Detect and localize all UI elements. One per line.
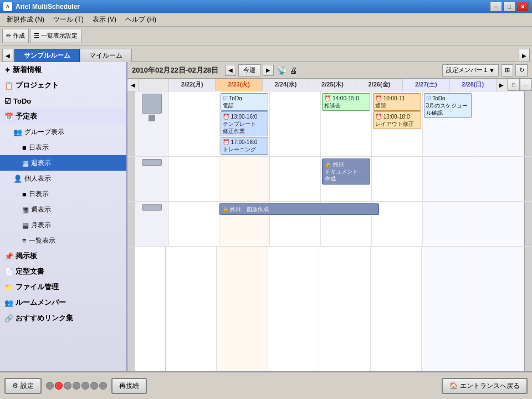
menu-view[interactable]: 表示 (V) (88, 14, 121, 25)
sidebar-item-list-view-p[interactable]: ≡ 一覧表示 (0, 233, 126, 248)
event-consultation[interactable]: ⏰ 14:00-15:0相談会 (322, 93, 370, 111)
create-button[interactable]: ✏ 作成 (2, 29, 29, 43)
minimize-button[interactable]: ─ (490, 2, 502, 12)
close-button[interactable]: ✕ (516, 2, 529, 12)
event-todo-phone[interactable]: ☑ ToDo電話 (221, 93, 269, 111)
cell-3-sat[interactable] (423, 202, 474, 246)
clock-icon: ⏰ (223, 114, 229, 120)
member-select-dropdown[interactable]: 設定メンバー１ ▼ (442, 64, 499, 76)
date-prev-button[interactable]: ◀ (225, 65, 236, 76)
sidebar-item-personal-view[interactable]: 👤 個人表示 (0, 171, 126, 186)
list-settings-button[interactable]: ☰ 一覧表示設定 (30, 29, 81, 43)
sidebar: ✦ 新着情報 📋 プロジェクト ☑ ToDo 📅 予定表 👥 グループ表示 ■ … (0, 62, 127, 371)
avatar-3 (142, 204, 162, 211)
day-header-fri: 2/26(金) (356, 79, 403, 91)
sidebar-item-week-view-g[interactable]: ▦ 週表示 (0, 155, 126, 171)
date-next-button[interactable]: ▶ (263, 65, 274, 76)
row-expand-2[interactable] (127, 157, 135, 201)
tab-my-room[interactable]: マイルーム (80, 49, 132, 62)
event-hospital[interactable]: ⏰ 10:00-11:通院 (373, 93, 421, 111)
sidebar-item-room-member[interactable]: 👥 ルームメンバー (0, 295, 126, 310)
day-rows: ☑ ToDo電話 ⏰ 13:00-16:0テンプレート修正作業 ⏰ 17:00-… (127, 91, 532, 371)
indicator-3 (64, 382, 71, 390)
cell-2-mon[interactable] (168, 157, 219, 201)
sidebar-item-newinfo[interactable]: ✦ 新着情報 (0, 62, 126, 78)
cell-1-thu[interactable]: ⏰ 14:00-15:0相談会 (321, 91, 372, 156)
cell-2-thu[interactable]: 🔒 終日ドキュメント作成 (321, 157, 372, 201)
expand-icon[interactable]: □ (508, 79, 520, 91)
menu-tools[interactable]: ツール (T) (49, 14, 88, 25)
settings-button[interactable]: ⚙ 設定 (4, 378, 42, 394)
view-icon-button1[interactable]: ⊞ (501, 64, 513, 76)
cell-3-fri[interactable] (372, 202, 423, 246)
view-icon-button2[interactable]: ↻ (515, 64, 528, 76)
folder-icon: 📁 (4, 283, 13, 291)
sidebar-item-template[interactable]: 📄 定型文書 (0, 264, 126, 279)
sidebar-item-group-view[interactable]: 👥 グループ表示 (0, 124, 126, 140)
maximize-button[interactable]: □ (503, 2, 515, 12)
menu-help[interactable]: ヘルプ (H) (121, 14, 161, 25)
sidebar-item-bulletin[interactable]: 📌 掲示板 (0, 248, 126, 264)
cell-1-mon[interactable] (168, 91, 219, 156)
row-expand-3[interactable] (127, 202, 135, 246)
event-training[interactable]: ⏰ 17:00-18:0トレーニング (221, 137, 269, 155)
day-header-right-nav[interactable]: ▶ (497, 79, 508, 91)
event-zuhan[interactable]: 🔒 終日 図版作成 (219, 203, 380, 215)
day-header-tue: 2/23(火) (216, 79, 262, 91)
person-icon: 👤 (13, 175, 22, 183)
scroll-right-1[interactable] (524, 91, 532, 156)
calendar-toolbar: 2010年02月22日-02月28日 ◀ 今週 ▶ 📡 🖨 設定メンバー１ ▼ … (127, 62, 532, 79)
sidebar-item-day-view-g[interactable]: ■ 日表示 (0, 140, 126, 155)
cell-1-tue[interactable]: ☑ ToDo電話 ⏰ 13:00-16:0テンプレート修正作業 ⏰ 17:00-… (219, 91, 270, 156)
cell-1-sun[interactable] (473, 91, 524, 156)
entrance-button[interactable]: 🏠 エントランスへ戻る (442, 378, 528, 394)
cell-3-tue[interactable]: 🔒 終日 図版作成 (219, 202, 270, 246)
user-avatar-1 (135, 91, 168, 156)
members-icon: 👥 (4, 299, 13, 307)
sidebar-item-month-view-p[interactable]: ▤ 月表示 (0, 217, 126, 233)
tab-nav-left[interactable]: ◀ (2, 49, 13, 62)
collapse-icon[interactable]: – (520, 79, 532, 91)
cell-1-sat[interactable]: ☑ ToDo3月のスケジュール確認 (423, 91, 474, 156)
scroll-right-2[interactable] (524, 157, 532, 201)
pencil-icon: ✏ (6, 32, 11, 39)
sidebar-item-week-view-p[interactable]: ▦ 週表示 (0, 202, 126, 217)
sidebar-item-day-view-p[interactable]: ■ 日表示 (0, 186, 126, 202)
event-layout[interactable]: ⏰ 13:00-18:0レイアウト修正 (373, 111, 421, 129)
cell-2-sat[interactable] (423, 157, 474, 201)
cell-3-sun[interactable] (473, 202, 524, 246)
rss-icon[interactable]: 📡 (276, 65, 287, 75)
day-header-sat: 2/27(土) (403, 79, 449, 91)
cell-2-wed[interactable] (270, 157, 321, 201)
row-expand-1[interactable] (127, 91, 135, 156)
cell-1-fri[interactable]: ⏰ 10:00-11:通院 ⏰ 13:00-18:0レイアウト修正 (372, 91, 423, 156)
day-header-left-nav[interactable]: ◀ (127, 79, 139, 91)
cell-1-wed[interactable] (270, 91, 321, 156)
tab-nav-right[interactable]: ▶ (519, 49, 530, 62)
scroll-right-3[interactable] (524, 202, 532, 246)
sidebar-item-schedule[interactable]: 📅 予定表 (0, 109, 126, 124)
sidebar-item-file-mgmt[interactable]: 📁 ファイル管理 (0, 279, 126, 295)
tabbar: ◀ サンプルルーム マイルーム ▶ (0, 45, 532, 62)
cell-2-fri[interactable] (372, 157, 423, 201)
cell-2-sun[interactable] (473, 157, 524, 201)
cell-2-tue[interactable] (219, 157, 270, 201)
event-todo-schedule[interactable]: ☑ ToDo3月のスケジュール確認 (424, 93, 472, 118)
event-document[interactable]: 🔒 終日ドキュメント作成 (322, 158, 370, 185)
tab-sample-room[interactable]: サンプルルーム (14, 49, 80, 62)
settings-icon: ⚙ (12, 382, 18, 390)
today-button[interactable]: 今週 (238, 64, 260, 76)
cell-3-mon[interactable] (168, 202, 219, 246)
sidebar-item-project[interactable]: 📋 プロジェクト (0, 78, 126, 93)
reconnect-button[interactable]: 再接続 (111, 378, 147, 394)
menu-new[interactable]: 新規作成 (N) (2, 14, 49, 25)
indicator-5 (81, 382, 89, 390)
sidebar-item-recommend[interactable]: 🔗 おすすめリンク集 (0, 310, 126, 326)
sidebar-item-todo[interactable]: ☑ ToDo (0, 93, 126, 109)
todo-icon: ☑ (223, 95, 228, 101)
week-p-icon: ▦ (22, 206, 29, 214)
user-avatar-3 (135, 202, 168, 246)
user-row-3: 🔒 終日 図版作成 (127, 202, 532, 247)
print-icon[interactable]: 🖨 (289, 66, 297, 75)
event-template[interactable]: ⏰ 13:00-16:0テンプレート修正作業 (221, 111, 269, 136)
